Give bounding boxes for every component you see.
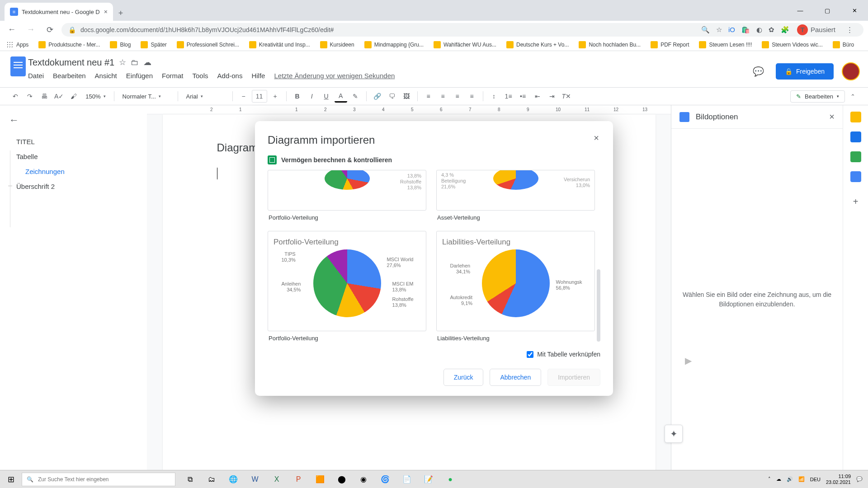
chart-caption: Portfolio-Verteilung xyxy=(268,211,426,222)
system-tray: ˄ ☁ 🔊 📶 DEU 11:0923.02.2021 💬 xyxy=(768,474,868,485)
dialog-close-icon[interactable]: × xyxy=(590,131,603,145)
edge-icon[interactable]: 🌐 xyxy=(222,470,244,488)
obs-icon[interactable]: ⬤ xyxy=(331,470,353,488)
modal-overlay: Diagramm importieren × Vermögen berechne… xyxy=(0,0,868,488)
chart-caption: Portfolio-Verteilung xyxy=(268,331,426,343)
sheets-icon xyxy=(268,155,277,164)
app-icon[interactable]: 🟧 xyxy=(309,470,331,488)
dialog-title: Diagramm importieren xyxy=(268,134,600,146)
chart-card[interactable]: Liabilities-Verteilung Darlehen34,1% Aut… xyxy=(436,231,595,343)
link-label: Mit Tabelle verknüpfen xyxy=(537,351,600,358)
chart-caption: Asset-Verteilung xyxy=(436,211,595,222)
language-indicator[interactable]: DEU xyxy=(810,477,821,482)
windows-taskbar: ⊞ 🔍 Zur Suche Text hier eingeben ⧉ 🗂 🌐 W… xyxy=(0,470,868,488)
chart-card[interactable]: Portfolio-Verteilung TIPS10,3% Anleihen3… xyxy=(268,231,426,343)
cancel-button[interactable]: Abbrechen xyxy=(490,369,541,386)
source-name: Vermögen berechnen & kontrollieren xyxy=(281,156,392,164)
import-chart-dialog: Diagramm importieren × Vermögen berechne… xyxy=(255,121,613,396)
back-button[interactable]: Zurück xyxy=(443,369,484,386)
word-icon[interactable]: W xyxy=(244,470,266,488)
wifi-icon[interactable]: 📶 xyxy=(798,476,805,482)
edge2-icon[interactable]: 🌀 xyxy=(374,470,396,488)
search-placeholder: Zur Suche Text hier eingeben xyxy=(38,476,109,483)
source-spreadsheet-row[interactable]: Vermögen berechnen & kontrollieren xyxy=(268,155,600,164)
explorer-icon[interactable]: 🗂 xyxy=(201,470,222,488)
chart-caption: Liabilities-Verteilung xyxy=(436,331,595,343)
chrome-icon[interactable]: ◉ xyxy=(353,470,374,488)
notifications-icon[interactable]: 💬 xyxy=(856,476,863,482)
volume-icon[interactable]: 🔊 xyxy=(787,476,793,482)
app-icon[interactable]: 📄 xyxy=(396,470,418,488)
link-checkbox[interactable] xyxy=(527,351,533,358)
chart-card[interactable]: 13,8% Rohstoffe 13,8% Portfolio-Verteilu… xyxy=(268,170,426,222)
taskbar-search[interactable]: 🔍 Zur Suche Text hier eingeben xyxy=(22,473,175,486)
taskview-icon[interactable]: ⧉ xyxy=(179,470,201,488)
clock[interactable]: 11:0923.02.2021 xyxy=(826,474,851,485)
app-icon[interactable]: 📝 xyxy=(418,470,439,488)
chart-grid: 13,8% Rohstoffe 13,8% Portfolio-Verteilu… xyxy=(268,170,600,343)
chart-card[interactable]: 4,3 % Beteiligung 21,6% Versicherun 13,0… xyxy=(436,170,595,222)
tray-chevron-icon[interactable]: ˄ xyxy=(768,476,771,482)
import-button: Importieren xyxy=(547,369,600,386)
link-checkbox-row[interactable]: Mit Tabelle verknüpfen xyxy=(268,351,600,358)
excel-icon[interactable]: X xyxy=(266,470,288,488)
start-button[interactable]: ⊞ xyxy=(0,470,22,488)
spotify-icon[interactable]: ● xyxy=(439,470,461,488)
powerpoint-icon[interactable]: P xyxy=(288,470,309,488)
dialog-scrollbar[interactable] xyxy=(597,269,600,342)
search-icon: 🔍 xyxy=(27,476,33,483)
onedrive-icon[interactable]: ☁ xyxy=(776,476,781,482)
task-icons: ⧉ 🗂 🌐 W X P 🟧 ⬤ ◉ 🌀 📄 📝 ● xyxy=(179,470,461,488)
